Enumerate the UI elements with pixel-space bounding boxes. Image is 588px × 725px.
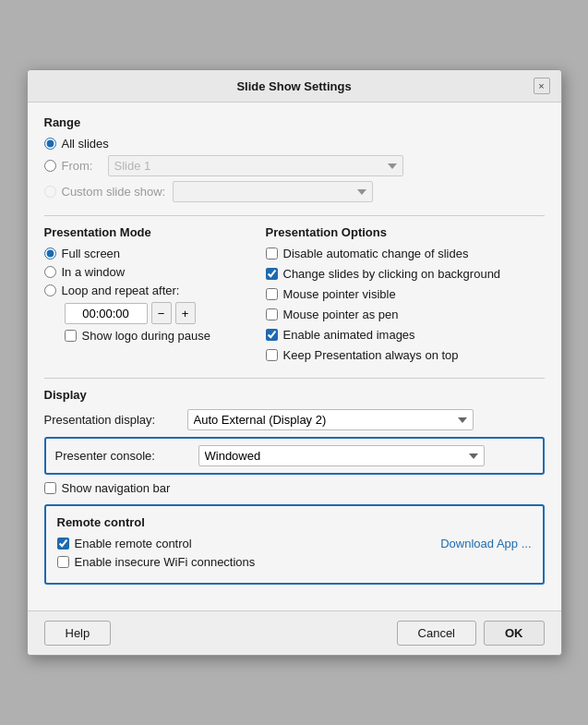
nav-bar-row: Show navigation bar xyxy=(44,481,545,495)
range-section: Range All slides From: Slide 1 Custom sl… xyxy=(44,115,545,202)
time-plus-button[interactable]: + xyxy=(175,302,196,324)
option-6-row: Keep Presentation always on top xyxy=(266,348,545,362)
loop-label: Loop and repeat after: xyxy=(62,284,180,297)
custom-radio[interactable] xyxy=(44,186,56,198)
from-radio[interactable] xyxy=(44,160,56,172)
show-logo-checkbox[interactable] xyxy=(65,330,77,342)
insecure-wifi-label: Enable insecure WiFi connections xyxy=(75,555,256,569)
presentation-options-label: Presentation Options xyxy=(266,225,545,239)
two-col-section: Presentation Mode Full screen In a windo… xyxy=(44,225,545,369)
enable-remote-checkbox[interactable] xyxy=(57,538,69,550)
all-slides-label: All slides xyxy=(62,137,109,151)
window-row: In a window xyxy=(44,265,247,279)
opt1-label: Disable automatic change of slides xyxy=(283,247,469,260)
enable-remote-row: Enable remote control Download App ... xyxy=(57,537,532,550)
footer-right: Cancel OK xyxy=(397,621,545,646)
show-logo-row: Show logo during pause xyxy=(65,329,247,343)
opt2-label: Change slides by clicking on background xyxy=(283,267,501,281)
opt3-checkbox[interactable] xyxy=(266,288,278,300)
option-4-row: Mouse pointer as pen xyxy=(266,308,545,321)
insecure-wifi-row: Enable insecure WiFi connections xyxy=(57,555,532,569)
enable-remote-label: Enable remote control xyxy=(75,537,192,550)
display-label: Display xyxy=(44,388,545,402)
help-button[interactable]: Help xyxy=(44,621,112,646)
option-1-row: Disable automatic change of slides xyxy=(266,247,545,260)
display-section: Display Presentation display: Auto Exter… xyxy=(44,388,545,495)
time-minus-button[interactable]: − xyxy=(151,302,172,324)
option-5-row: Enable animated images xyxy=(266,328,545,342)
ok-button[interactable]: OK xyxy=(484,621,545,646)
presentation-display-select[interactable]: Auto External (Display 2) Display 1 Disp… xyxy=(187,409,474,430)
opt4-label: Mouse pointer as pen xyxy=(283,308,399,321)
nav-bar-label: Show navigation bar xyxy=(62,481,171,495)
cancel-button[interactable]: Cancel xyxy=(397,621,476,646)
nav-bar-checkbox[interactable] xyxy=(44,482,56,494)
from-select[interactable]: Slide 1 xyxy=(108,155,403,176)
presenter-console-select[interactable]: Windowed None Fullscreen xyxy=(198,445,485,466)
from-label: From: xyxy=(62,159,108,173)
opt6-label: Keep Presentation always on top xyxy=(283,348,459,362)
divider-1 xyxy=(44,215,545,216)
presenter-console-box: Presenter console: Windowed None Fullscr… xyxy=(44,437,545,475)
remote-control-label: Remote control xyxy=(57,515,532,529)
option-2-row: Change slides by clicking on background xyxy=(266,267,545,281)
opt4-checkbox[interactable] xyxy=(266,308,278,320)
time-input[interactable]: 00:00:00 xyxy=(65,303,148,324)
custom-select[interactable] xyxy=(173,181,373,202)
presenter-console-label: Presenter console: xyxy=(55,449,198,463)
option-3-row: Mouse pointer visible xyxy=(266,287,545,301)
presentation-mode-label: Presentation Mode xyxy=(44,225,247,239)
dialog-titlebar: Slide Show Settings × xyxy=(28,70,561,103)
from-row: From: Slide 1 xyxy=(44,155,545,176)
time-row: 00:00:00 − + xyxy=(65,302,247,324)
divider-2 xyxy=(44,378,545,379)
dialog-title: Slide Show Settings xyxy=(55,79,534,93)
dialog-body: Range All slides From: Slide 1 Custom sl… xyxy=(28,103,561,610)
download-app-link[interactable]: Download App ... xyxy=(440,537,531,550)
inwindow-radio[interactable] xyxy=(44,266,56,278)
enable-remote-left: Enable remote control xyxy=(57,537,192,550)
opt2-checkbox[interactable] xyxy=(266,268,278,280)
all-slides-row: All slides xyxy=(44,137,545,151)
presentation-mode-col: Presentation Mode Full screen In a windo… xyxy=(44,225,247,369)
fullscreen-row: Full screen xyxy=(44,247,247,260)
dialog-slide-show-settings: Slide Show Settings × Range All slides F… xyxy=(27,69,562,656)
dialog-footer: Help Cancel OK xyxy=(28,610,561,655)
show-logo-label: Show logo during pause xyxy=(82,329,211,343)
fullscreen-label: Full screen xyxy=(62,247,121,260)
opt5-checkbox[interactable] xyxy=(266,329,278,341)
loop-row: Loop and repeat after: xyxy=(44,284,247,297)
all-slides-radio[interactable] xyxy=(44,138,56,150)
presentation-display-row: Presentation display: Auto External (Dis… xyxy=(44,409,545,430)
presentation-options-col: Presentation Options Disable automatic c… xyxy=(266,225,545,369)
presentation-display-label: Presentation display: xyxy=(44,413,187,427)
opt6-checkbox[interactable] xyxy=(266,349,278,361)
close-button[interactable]: × xyxy=(534,78,550,94)
opt1-checkbox[interactable] xyxy=(266,248,278,260)
opt5-label: Enable animated images xyxy=(283,328,415,342)
custom-label: Custom slide show: xyxy=(62,185,173,199)
remote-control-box: Remote control Enable remote control Dow… xyxy=(44,504,545,585)
loop-radio[interactable] xyxy=(44,284,56,296)
inwindow-label: In a window xyxy=(62,265,126,279)
fullscreen-radio[interactable] xyxy=(44,248,56,260)
custom-row: Custom slide show: xyxy=(44,181,545,202)
opt3-label: Mouse pointer visible xyxy=(283,287,396,301)
insecure-wifi-checkbox[interactable] xyxy=(57,556,69,568)
range-label: Range xyxy=(44,115,545,129)
